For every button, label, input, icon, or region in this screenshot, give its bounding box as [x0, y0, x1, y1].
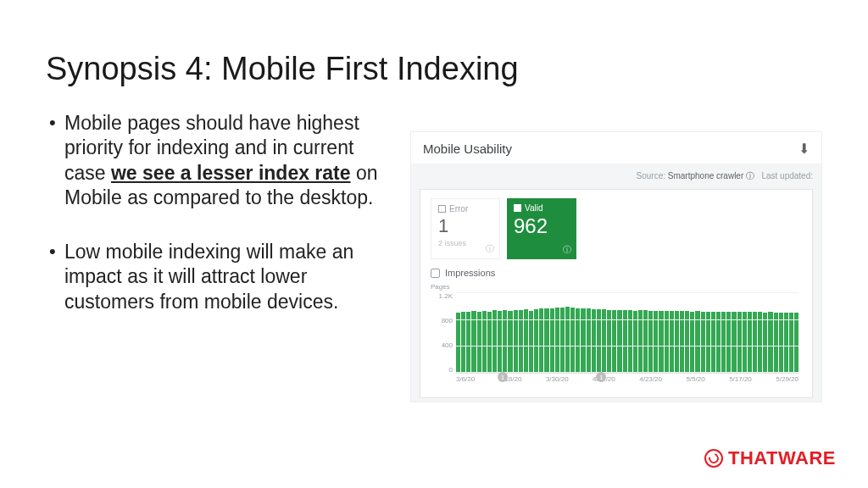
- slide-title: Synopsis 4: Mobile First Indexing: [46, 51, 822, 87]
- pages-chart: 1.2K8004000 3/6/203/18/203/30/204/11/204…: [431, 292, 802, 392]
- checkbox-checked-icon: [514, 204, 521, 212]
- chart-bar: [763, 313, 767, 373]
- chart-bar: [675, 311, 679, 373]
- chart-bar: [726, 312, 731, 373]
- impressions-label: Impressions: [445, 268, 495, 278]
- chart-bar: [466, 312, 470, 373]
- error-stat-box[interactable]: Error 1 2 issues ⓘ: [431, 198, 500, 259]
- chart-bar: [544, 308, 548, 373]
- chart-bar: [737, 312, 742, 373]
- chart-bar: [482, 311, 487, 373]
- chart-bar: [659, 311, 663, 373]
- chart-bar: [753, 312, 757, 373]
- chart-bar: [670, 311, 674, 373]
- chart-bar: [779, 313, 783, 373]
- chart-bar: [784, 313, 788, 373]
- chart-bar: [555, 308, 559, 373]
- brand-footer: THATWARE: [704, 447, 836, 469]
- chart-bar: [565, 307, 570, 373]
- mobile-usability-panel: Mobile Usability ⬇ Source: Smartphone cr…: [410, 131, 822, 402]
- chart-bar: [456, 313, 460, 373]
- y-axis-labels: 1.2K8004000: [431, 292, 453, 374]
- checkbox-icon: [431, 269, 440, 278]
- valid-label: Valid: [525, 203, 543, 213]
- chart-bar: [576, 308, 580, 373]
- chart-bar: [706, 312, 710, 373]
- source-value: Smartphone crawler: [668, 171, 743, 180]
- chart-bar: [487, 312, 492, 373]
- error-count: 1: [438, 215, 492, 237]
- chart-bar: [648, 311, 653, 373]
- chart-bar: [695, 311, 699, 373]
- chart-y-title: Pages: [431, 283, 802, 291]
- panel-title: Mobile Usability: [423, 141, 512, 156]
- bullet-1-emphasis: we see a lesser index rate: [111, 162, 351, 184]
- chart-bar: [477, 312, 481, 373]
- chart-bar: [701, 312, 705, 373]
- chart-bar: [758, 312, 762, 373]
- chart-bar: [721, 312, 726, 373]
- chart-bar: [711, 312, 715, 373]
- chart-bar: [732, 312, 736, 373]
- bullet-list: Mobile pages should have highest priorit…: [46, 111, 393, 402]
- chart-bar: [748, 312, 752, 373]
- thatware-logo-icon: [704, 449, 723, 468]
- chart-bar: [794, 313, 798, 373]
- brand-name: THATWARE: [728, 447, 836, 469]
- chart-bar: [690, 312, 694, 373]
- chart-card: Error 1 2 issues ⓘ Valid 962 ⓘ: [420, 189, 813, 398]
- last-updated-label: Last updated:: [761, 171, 813, 180]
- chart-bar: [529, 311, 533, 373]
- chart-bar: [461, 312, 465, 373]
- valid-count: 962: [514, 214, 570, 238]
- chart-bars: [456, 292, 798, 374]
- info-icon[interactable]: ⓘ: [486, 243, 494, 255]
- panel-meta: Source: Smartphone crawler ⓘ Last update…: [420, 170, 813, 182]
- info-icon[interactable]: ⓘ: [563, 244, 571, 256]
- source-label: Source:: [637, 171, 665, 180]
- chart-bar: [685, 311, 689, 373]
- download-icon[interactable]: ⬇: [798, 141, 810, 157]
- chart-marker: 1: [596, 372, 606, 382]
- chart-bar: [716, 312, 721, 373]
- valid-stat-box[interactable]: Valid 962 ⓘ: [507, 198, 576, 259]
- chart-bar: [581, 308, 585, 373]
- error-label: Error: [449, 204, 468, 214]
- impressions-toggle[interactable]: Impressions: [431, 268, 802, 278]
- chart-bar: [570, 308, 575, 373]
- chart-bar: [789, 313, 793, 373]
- chart-bar: [768, 312, 772, 373]
- bullet-2: Low mobile indexing will make an impact …: [46, 240, 393, 314]
- chart-bar: [680, 311, 684, 373]
- bullet-1: Mobile pages should have highest priorit…: [46, 111, 393, 211]
- error-sub: 2 issues: [438, 239, 492, 247]
- chart-bar: [471, 311, 476, 373]
- chart-bar: [550, 308, 554, 373]
- chart-bar: [774, 313, 778, 373]
- info-icon[interactable]: ⓘ: [746, 171, 754, 180]
- chart-bar: [743, 312, 747, 373]
- chart-bar: [560, 308, 565, 373]
- chart-bar: [665, 311, 669, 373]
- checkbox-icon: [438, 205, 446, 213]
- chart-marker: 1: [498, 372, 508, 382]
- chart-bar: [498, 311, 502, 373]
- chart-bar: [508, 311, 512, 373]
